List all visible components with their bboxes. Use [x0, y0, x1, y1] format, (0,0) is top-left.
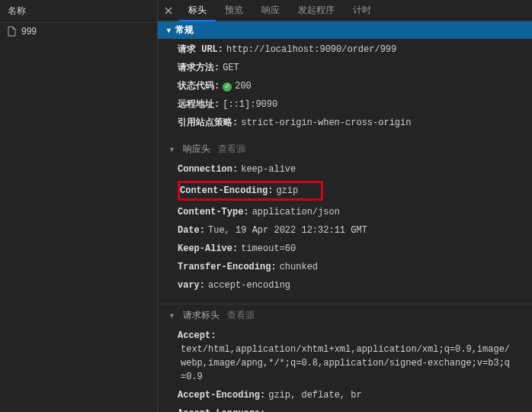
header-value: chunked: [280, 260, 318, 274]
header-row: 引用站点策略: strict-origin-when-cross-origin: [158, 114, 532, 132]
header-row: Accept-Encoding: gzip, deflate, br: [158, 386, 532, 404]
response-headers-list: Connection: keep-aliveContent-Encoding: …: [158, 159, 532, 299]
header-key: 引用站点策略:: [178, 116, 238, 130]
header-value: timeout=60: [241, 242, 296, 256]
triangle-down-icon: ▼: [168, 312, 175, 320]
header-row: Connection: keep-alive: [158, 160, 532, 179]
highlighted-row: Content-Encoding: gzip: [178, 181, 323, 201]
tab-2[interactable]: 响应: [252, 0, 289, 21]
view-source-link[interactable]: 查看源: [227, 309, 255, 322]
header-row: 远程地址: [::1]:9090: [158, 95, 532, 114]
header-key: Connection:: [178, 163, 238, 176]
header-value: GET: [223, 61, 239, 75]
request-label: 999: [21, 26, 37, 37]
details-tabs: 标头预览响应发起程序计时: [158, 0, 532, 21]
header-key: Accept:: [178, 329, 216, 343]
header-value: Tue, 19 Apr 2022 12:32:11 GMT: [208, 224, 367, 237]
header-row: Date: Tue, 19 Apr 2022 12:32:11 GMT: [158, 221, 532, 240]
request-headers-list: Accept: text/html,application/xhtml+xml,…: [158, 325, 532, 412]
header-key: 请求 URL:: [178, 43, 223, 56]
header-key: Date:: [178, 224, 205, 237]
tab-4[interactable]: 计时: [344, 0, 380, 21]
header-value: gzip, deflate, br: [268, 388, 361, 402]
header-row: Keep-Alive: timeout=60: [158, 240, 532, 258]
details-panel: 标头预览响应发起程序计时 ▼ 常规 请求 URL: http://localho…: [158, 0, 532, 412]
tab-1[interactable]: 预览: [216, 0, 252, 21]
tab-0[interactable]: 标头: [179, 0, 216, 21]
header-key: Content-Encoding:: [180, 184, 273, 198]
close-icon[interactable]: [158, 7, 179, 14]
view-source-link[interactable]: 查看源: [218, 143, 245, 156]
header-value: strict-origin-when-cross-origin: [241, 116, 411, 130]
header-value: application/json: [252, 205, 340, 219]
header-row: Content-Type: application/json: [158, 203, 532, 221]
header-row: 请求 URL: http://localhost:9090/order/999: [158, 40, 532, 59]
request-row[interactable]: 999: [0, 23, 157, 40]
header-row: vary: accept-encoding: [158, 276, 532, 295]
header-row: 请求方法: GET: [158, 59, 532, 77]
header-value: http://localhost:9090/order/999: [226, 43, 396, 56]
triangle-down-icon: ▼: [168, 146, 175, 153]
header-value: accept-encoding: [208, 278, 290, 292]
header-key: 状态代码:: [178, 79, 220, 93]
header-key: Transfer-Encoding:: [178, 260, 277, 274]
header-key: 远程地址:: [178, 98, 220, 111]
header-key: Content-Type:: [178, 205, 249, 219]
header-value: text/html,application/xhtml+xml,applicat…: [181, 343, 512, 384]
header-value: ✓200: [223, 79, 252, 93]
file-icon: [8, 26, 17, 37]
request-list-panel: 名称 999: [0, 0, 158, 412]
general-list: 请求 URL: http://localhost:9090/order/999请…: [158, 39, 532, 137]
header-row: Accept: text/html,application/xhtml+xml,…: [158, 327, 532, 386]
header-key: Accept-Encoding:: [178, 388, 265, 402]
response-headers-section-header[interactable]: ▼ 响应头 查看源: [158, 138, 532, 159]
status-ok-icon: ✓: [223, 82, 232, 92]
header-key: Accept-Language:: [178, 407, 265, 412]
header-key: Keep-Alive:: [178, 242, 238, 256]
header-value: [::1]:9090: [223, 98, 277, 111]
request-list-header: 名称: [0, 0, 157, 23]
header-row: Accept-Language: zh-CN,zh;q=0.9,en;q=0.8…: [158, 404, 532, 412]
general-section-header[interactable]: ▼ 常规: [158, 21, 532, 39]
header-row: 状态代码: ✓200: [158, 77, 532, 95]
header-row: Content-Encoding: gzip: [158, 179, 532, 203]
header-key: vary:: [178, 278, 205, 292]
details-content: ▼ 常规 请求 URL: http://localhost:9090/order…: [158, 21, 532, 412]
header-value: gzip: [276, 184, 298, 198]
triangle-down-icon: ▼: [165, 27, 172, 34]
header-row: Transfer-Encoding: chunked: [158, 258, 532, 276]
tab-3[interactable]: 发起程序: [289, 0, 344, 21]
header-key: 请求方法:: [178, 61, 220, 75]
header-value: keep-alive: [241, 163, 296, 176]
request-headers-section-header[interactable]: ▼ 请求标头 查看源: [158, 304, 532, 325]
